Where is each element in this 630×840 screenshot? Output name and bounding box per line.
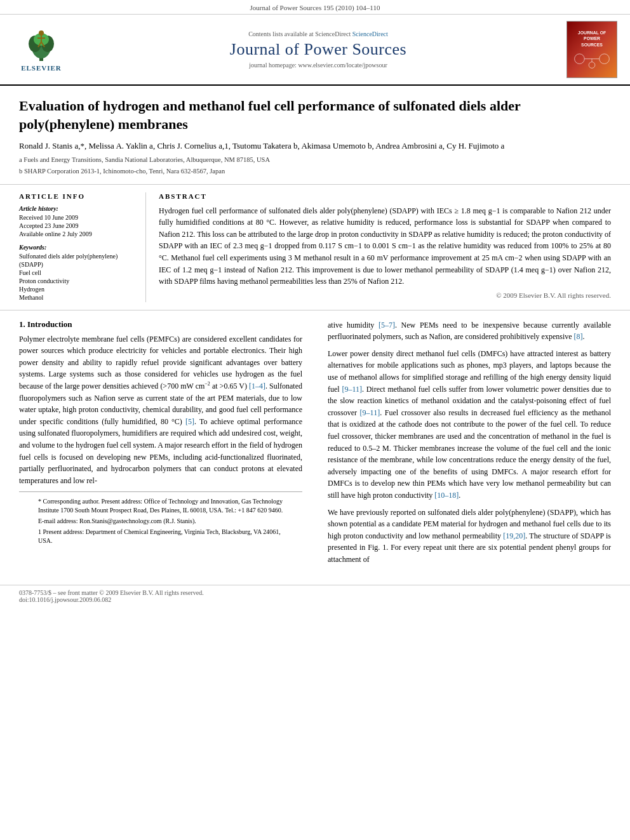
journal-cover-image: JOURNAL OF POWER SOURCES (566, 21, 617, 78)
main-body: 1. Introduction Polymer electrolyte memb… (0, 310, 630, 580)
journal-header: ELSEVIER Contents lists available at Sci… (0, 15, 630, 86)
bottom-bar: 0378-7753/$ – see front matter © 2009 El… (0, 585, 630, 607)
svg-text:POWER: POWER (584, 36, 600, 41)
keyword-6: Methanol (19, 294, 136, 301)
svg-text:SOURCES: SOURCES (581, 43, 603, 47)
keywords-section: Keywords: Sulfonated diels alder poly(ph… (19, 244, 136, 301)
article-info-column: ARTICLE INFO Article history: Received 1… (19, 192, 146, 302)
footnote-email: E-mail address: Ron.Stanis@gastechnology… (38, 517, 283, 526)
keyword-1: Sulfonated diels alder poly(phenylene) (19, 253, 136, 260)
abstract-text: Hydrogen fuel cell performance of sulfon… (159, 205, 611, 288)
journal-citation-text: Journal of Power Sources 195 (2010) 104–… (250, 4, 380, 11)
keywords-label: Keywords: (19, 244, 136, 251)
intro-para-continued: ative humidity [5–7]. New PEMs need to b… (328, 319, 611, 343)
svg-point-5 (39, 30, 44, 36)
intro-para2: Lower power density direct methanol fuel… (328, 348, 611, 502)
cite-8[interactable]: [8] (574, 332, 583, 341)
article-main-title: Evaluation of hydrogen and methanol fuel… (19, 97, 611, 133)
cite-9-11[interactable]: [9–11] (342, 385, 362, 394)
cite-19-20[interactable]: [19,20] (503, 531, 525, 540)
cite-5[interactable]: [5] (185, 417, 194, 426)
accepted-date: Accepted 23 June 2009 (19, 222, 136, 229)
article-info-abstract-section: ARTICLE INFO Article history: Received 1… (0, 185, 630, 310)
issn-line: 0378-7753/$ – see front matter © 2009 El… (19, 589, 611, 596)
cite-9-11b[interactable]: [9–11] (360, 408, 380, 417)
section1-heading: 1. Introduction (19, 319, 302, 330)
journal-name: Journal of Power Sources (70, 40, 566, 59)
journal-homepage: journal homepage: www.elsevier.com/locat… (70, 62, 566, 69)
keyword-5: Hydrogen (19, 286, 136, 293)
abstract-heading: ABSTRACT (159, 192, 611, 200)
available-date: Available online 2 July 2009 (19, 230, 136, 237)
intro-para3: We have previously reported on sulfonate… (328, 507, 611, 566)
abstract-column: ABSTRACT Hydrogen fuel cell performance … (159, 192, 611, 302)
article-title-section: Evaluation of hydrogen and methanol fuel… (0, 86, 630, 185)
authors-line: Ronald J. Stanis a,*, Melissa A. Yaklin … (19, 141, 611, 151)
keyword-3: Fuel cell (19, 269, 136, 276)
elsevier-logo: ELSEVIER (13, 28, 70, 72)
sciencedirect-link[interactable]: ScienceDirect (352, 30, 388, 37)
body-right-column: ative humidity [5–7]. New PEMs need to b… (321, 319, 611, 571)
keyword-2: (SDAPP) (19, 261, 136, 268)
elsevier-wordmark: ELSEVIER (21, 64, 62, 72)
journal-citation-bar: Journal of Power Sources 195 (2010) 104–… (0, 0, 630, 15)
footnote-star: * Corresponding author. Present address:… (38, 497, 283, 515)
copyright-line: © 2009 Elsevier B.V. All rights reserved… (159, 291, 611, 299)
affiliation-b: b SHARP Corporation 2613-1, Ichinomoto-c… (19, 166, 611, 177)
intro-para1: Polymer electrolyte membrane fuel cells … (19, 333, 302, 487)
received-date: Received 10 June 2009 (19, 214, 136, 221)
sciencedirect-line: Contents lists available at ScienceDirec… (70, 30, 566, 37)
page-wrapper: Journal of Power Sources 195 (2010) 104–… (0, 0, 630, 840)
cite-10-18[interactable]: [10–18] (434, 491, 459, 500)
journal-title-block: Contents lists available at ScienceDirec… (70, 30, 566, 69)
doi-line: doi:10.1016/j.jpowsour.2009.06.082 (19, 596, 611, 603)
article-info-heading: ARTICLE INFO (19, 192, 136, 200)
affiliations: a Fuels and Energy Transitions, Sandia N… (19, 155, 611, 177)
cite-1-4[interactable]: [1–4] (249, 382, 265, 390)
body-left-column: 1. Introduction Polymer electrolyte memb… (19, 319, 309, 571)
article-history: Article history: Received 10 June 2009 A… (19, 205, 136, 237)
keyword-4: Proton conductivity (19, 277, 136, 284)
footnote-1: 1 Present address: Department of Chemica… (38, 528, 283, 545)
cite-5-7[interactable]: [5–7] (379, 321, 395, 330)
history-label: Article history: (19, 205, 136, 212)
footnotes-section: * Corresponding author. Present address:… (19, 491, 302, 545)
affiliation-a: a Fuels and Energy Transitions, Sandia N… (19, 155, 611, 165)
svg-text:JOURNAL OF: JOURNAL OF (578, 30, 606, 35)
